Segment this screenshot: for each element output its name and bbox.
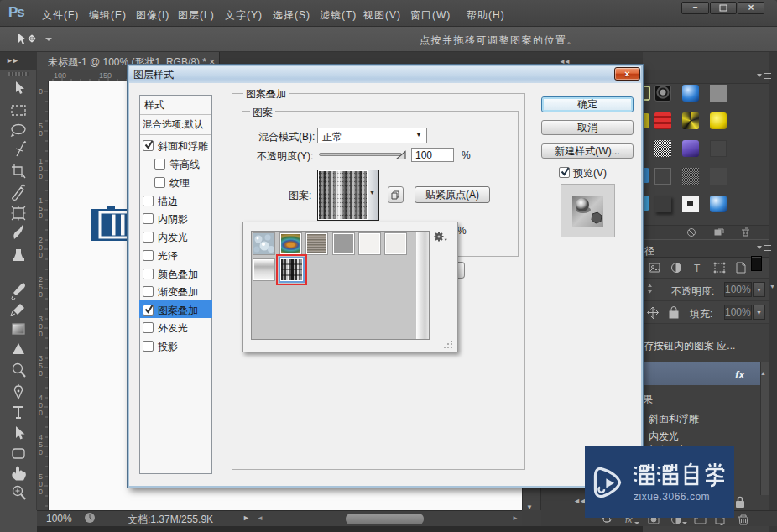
svg-text:0: 0: [39, 488, 43, 496]
svg-text:150: 150: [99, 71, 112, 80]
svg-text:0: 0: [39, 290, 43, 299]
svg-text:0: 0: [39, 211, 43, 220]
svg-text:0: 0: [39, 87, 43, 96]
svg-text:100: 100: [54, 71, 66, 80]
svg-text:0: 0: [39, 172, 43, 180]
svg-text:0: 0: [39, 251, 43, 259]
svg-text:0: 0: [39, 369, 43, 378]
svg-text:0: 0: [39, 129, 43, 138]
svg-text:0: 0: [39, 448, 43, 456]
svg-text:0: 0: [39, 409, 43, 417]
svg-text:T: T: [694, 263, 701, 274]
svg-text:0: 0: [39, 330, 43, 338]
